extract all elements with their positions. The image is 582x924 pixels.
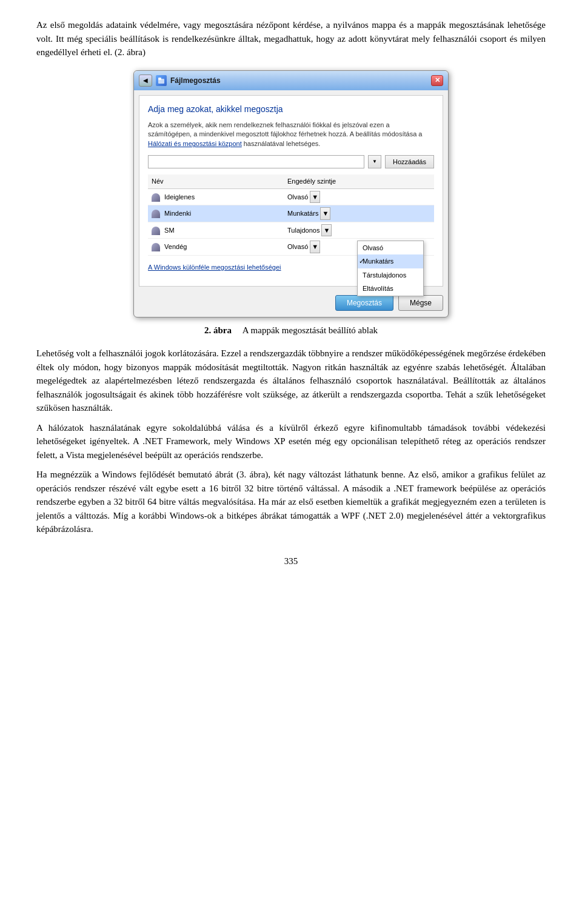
dropdown-item-eltavolitas[interactable]: Eltávolítás: [358, 282, 423, 296]
permission-value: Tulajdonos: [287, 225, 319, 236]
permission-dropdown[interactable]: ▼: [310, 241, 320, 253]
permission-value: Olvasó: [287, 242, 308, 252]
check-icon: ✓: [359, 256, 364, 267]
user-name: Mindenki: [164, 210, 191, 217]
cancel-button[interactable]: Mégse: [398, 295, 443, 311]
table-row[interactable]: Ideiglenes Olvasó ▼: [148, 188, 434, 205]
table-row[interactable]: SM Tulajdonos ▼: [148, 222, 434, 239]
dialog-heading: Adja meg azokat, akikkel megosztja: [148, 103, 434, 116]
dropdown-item-label: Társtulajdonos: [363, 271, 406, 279]
dropdown-item-label: Munkatárs: [363, 258, 393, 265]
user-icon: [152, 210, 160, 218]
dialog-titlebar: ◀ Fájlmegosztás ✕: [134, 71, 448, 90]
permission-cell[interactable]: Tulajdonos ▼: [284, 222, 434, 239]
dialog-title-left: ◀ Fájlmegosztás: [139, 75, 221, 87]
paragraph-2: Lehetőség volt a felhasználói jogok korl…: [36, 347, 546, 415]
user-icon: [152, 243, 160, 251]
col-name: Név: [148, 174, 284, 188]
share-button[interactable]: Megosztás: [335, 295, 393, 311]
table-row[interactable]: Mindenki Munkatárs ▼: [148, 205, 434, 222]
col-permission: Engedély szintje: [284, 174, 434, 188]
paragraph-3: A hálózatok használatának egyre sokoldal…: [36, 421, 546, 462]
permission-dropdown[interactable]: ▼: [310, 191, 320, 204]
svg-rect-1: [158, 78, 161, 80]
figure-caption-text: A mappák megosztását beállító ablak: [242, 325, 378, 335]
file-sharing-dialog[interactable]: ◀ Fájlmegosztás ✕ Adja meg azokat, akikk…: [133, 70, 449, 317]
add-button[interactable]: Hozzáadás: [385, 155, 434, 168]
dialog-icon: [156, 75, 167, 86]
permission-value: Munkatárs: [287, 208, 318, 219]
user-name: Ideiglenes: [164, 193, 195, 201]
permission-value: Olvasó: [287, 192, 308, 202]
dropdown-item-olvasó[interactable]: Olvasó: [358, 241, 423, 255]
permission-dropdown-popup[interactable]: Olvasó ✓ Munkatárs Társtulajdonos Eltávo…: [357, 241, 424, 296]
figure-2: ◀ Fájlmegosztás ✕ Adja meg azokat, akikk…: [36, 70, 546, 317]
dropdown-item-tarstulajos[interactable]: Társtulajdonos: [358, 268, 423, 282]
permission-dropdown[interactable]: ▼: [320, 207, 330, 220]
permission-cell[interactable]: Olvasó ▼: [284, 188, 434, 205]
user-name-cell: Mindenki: [148, 205, 284, 222]
user-icon: [152, 227, 160, 235]
user-name-cell: Ideiglenes: [148, 188, 284, 205]
user-name: Vendég: [164, 243, 187, 250]
user-input-row: ▼ Hozzáadás: [148, 155, 434, 168]
user-input[interactable]: [148, 155, 364, 168]
user-name-cell: Vendég: [148, 239, 284, 256]
dropdown-item-label: Eltávolítás: [363, 285, 393, 292]
paragraph-4: Ha megnézzük a Windows fejlődését bemuta…: [36, 468, 546, 536]
permission-cell[interactable]: Munkatárs ▼: [284, 205, 434, 222]
dropdown-item-munkatars[interactable]: ✓ Munkatárs: [358, 254, 423, 268]
dialog-close-button[interactable]: ✕: [431, 75, 443, 86]
paragraph-1: Az első megoldás adataink védelmére, vag…: [36, 18, 546, 59]
figure-number: 2. ábra: [204, 325, 232, 335]
figure-caption: 2. ábra A mappák megosztását beállító ab…: [36, 324, 546, 337]
page-number: 335: [36, 554, 546, 568]
dialog-back-button[interactable]: ◀: [139, 75, 152, 87]
user-name-cell: SM: [148, 222, 284, 239]
user-icon: [152, 193, 160, 202]
permission-dropdown[interactable]: ▼: [321, 224, 332, 237]
network-center-link[interactable]: Hálózati és megosztási központ: [148, 140, 242, 147]
user-dropdown-button[interactable]: ▼: [368, 155, 381, 168]
dialog-description: Azok a személyek, akik nem rendelkeznek …: [148, 121, 434, 150]
sharing-options-link[interactable]: A Windows különféle megosztási lehetőség…: [148, 264, 281, 271]
user-name: SM: [164, 227, 175, 234]
dropdown-item-label: Olvasó: [363, 244, 383, 251]
dialog-title-text: Fájlmegosztás: [170, 75, 221, 86]
